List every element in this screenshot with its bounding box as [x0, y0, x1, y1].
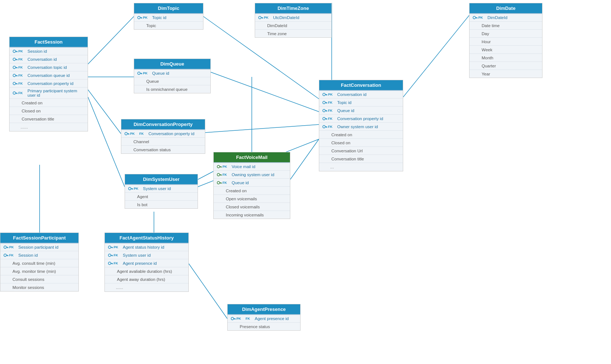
field-badge: PK — [236, 317, 244, 320]
field-name: Topic id — [337, 100, 351, 105]
table-dimDate: DimDate PKDimDateIdDate timeDayHourWeekM… — [469, 3, 542, 78]
svg-point-97 — [4, 246, 7, 249]
svg-point-21 — [259, 16, 261, 19]
svg-point-45 — [13, 82, 16, 85]
table-row: FKConversation topic id — [10, 63, 88, 71]
field-name: Conversation topic id — [27, 65, 67, 70]
field-name: Avg. monitor time (min) — [12, 269, 56, 274]
key-icon — [137, 15, 142, 20]
table-header-factVoiceMail: FactVoiceMail — [214, 152, 290, 162]
field-name: Date time — [482, 23, 500, 28]
table-row: FKConversation id — [10, 55, 88, 63]
table-row: PKQueue id — [134, 69, 210, 77]
svg-line-13 — [189, 264, 227, 319]
table-factAgentStatusHistory: FactAgentStatusHistory PKAgent status hi… — [104, 233, 189, 292]
table-row: PKUtcDimDateId — [255, 13, 331, 21]
svg-point-29 — [13, 50, 16, 53]
table-row: Open voicemails — [214, 194, 290, 203]
table-ellipsis: ...... — [105, 283, 188, 291]
field-badge: FK — [9, 253, 17, 257]
svg-point-77 — [323, 93, 325, 96]
field-name: Conversation property id — [148, 131, 194, 136]
table-row: Conversation title — [10, 115, 88, 123]
field-name: Presence status — [240, 324, 270, 329]
field-name: DimDateId — [487, 15, 507, 20]
key-icon — [322, 108, 327, 113]
svg-point-69 — [217, 173, 220, 176]
diagram-canvas: DimTopic PKTopic idTopicDimTimeZone PKUt… — [0, 0, 611, 364]
key-icon — [12, 49, 18, 54]
svg-point-117 — [231, 317, 234, 320]
field-name: Queue — [146, 79, 159, 83]
table-row: FKConversation property id — [10, 79, 88, 87]
table-row: Hour — [470, 37, 542, 45]
field-name: Created on — [22, 101, 43, 105]
table-row: FKPrimary participant system user id — [10, 87, 88, 99]
svg-point-89 — [323, 117, 325, 120]
table-row: Consult sessions — [0, 275, 78, 283]
table-header-dimConversationProperty: DimConversationProperty — [121, 119, 205, 129]
field-name: Closed voicemails — [226, 205, 260, 209]
table-row: Closed on — [10, 107, 88, 115]
table-row: Topic — [134, 21, 203, 29]
table-row: FKAgent presence id — [105, 259, 188, 267]
table-dimAgentPresence: DimAgentPresence PKFKAgent presence idPr… — [227, 304, 301, 331]
field-name: Conversation title — [22, 117, 54, 121]
field-badge: PK — [143, 71, 151, 75]
table-header-dimDate: DimDate — [470, 3, 542, 13]
key-icon — [217, 172, 222, 177]
field-name: Created on — [226, 189, 247, 193]
field-badge: PK — [9, 245, 17, 249]
svg-point-85 — [323, 109, 325, 112]
key-icon — [108, 261, 113, 266]
table-row: Closed voicemails — [214, 203, 290, 211]
key-icon — [12, 81, 18, 86]
table-dimTimeZone: DimTimeZone PKUtcDimDateIdDimDateIdTime … — [255, 3, 332, 38]
field-badge: PK — [328, 93, 336, 96]
field-badge: PK — [222, 165, 231, 168]
field-name: Conversation property id — [27, 81, 73, 86]
field-name: Queue id — [232, 181, 249, 185]
table-ellipsis: ... — [319, 163, 403, 171]
table-row: Month — [470, 53, 542, 62]
field-name: Avg. consult time (min) — [12, 261, 55, 265]
field-name: System user id — [123, 253, 151, 257]
table-row: FKConversation queue id — [10, 71, 88, 79]
field-name: Conversation id — [27, 57, 57, 62]
field-name: Closed on — [331, 141, 350, 145]
field-name: Owner system user id — [337, 125, 378, 129]
key-icon — [258, 15, 263, 20]
table-header-dimTimeZone: DimTimeZone — [255, 3, 331, 13]
key-icon — [124, 131, 129, 136]
table-dimTopic: DimTopic PKTopic idTopic — [134, 3, 203, 30]
table-row: Is bot — [125, 200, 198, 208]
svg-point-101 — [4, 254, 7, 256]
field-badge: PK — [143, 16, 151, 19]
key-icon — [12, 57, 18, 62]
key-icon — [12, 65, 18, 70]
key-icon — [108, 253, 113, 258]
table-row: PKTopic id — [134, 13, 203, 21]
field-name: Conversation title — [331, 157, 364, 161]
key-icon — [137, 71, 142, 76]
field-badge: FK — [18, 91, 26, 95]
table-row: FKSystem user id — [105, 251, 188, 259]
table-header-factSessionParticipant: FactSessionParticipant — [0, 233, 78, 243]
svg-point-17 — [138, 16, 140, 19]
svg-line-16 — [290, 139, 319, 179]
table-row: FKQueue id — [214, 178, 290, 186]
field-name: Monitor sessions — [12, 285, 44, 290]
table-row: Conversation status — [121, 145, 205, 153]
field-name: Agent away duration (hrs) — [117, 277, 165, 282]
table-row: Channel — [121, 137, 205, 145]
key-icon — [108, 245, 113, 250]
table-row: FKOwner system user id — [319, 122, 403, 130]
svg-point-81 — [323, 101, 325, 104]
table-row: PKAgent status history id — [105, 243, 188, 251]
field-name: Year — [482, 72, 490, 76]
key-icon — [231, 316, 236, 321]
field-name: Conversation property id — [337, 116, 383, 121]
table-factSession: FactSession PKSession id FKConversation … — [9, 37, 88, 131]
table-header-dimTopic: DimTopic — [134, 3, 203, 13]
field-badge: FK — [114, 253, 122, 257]
